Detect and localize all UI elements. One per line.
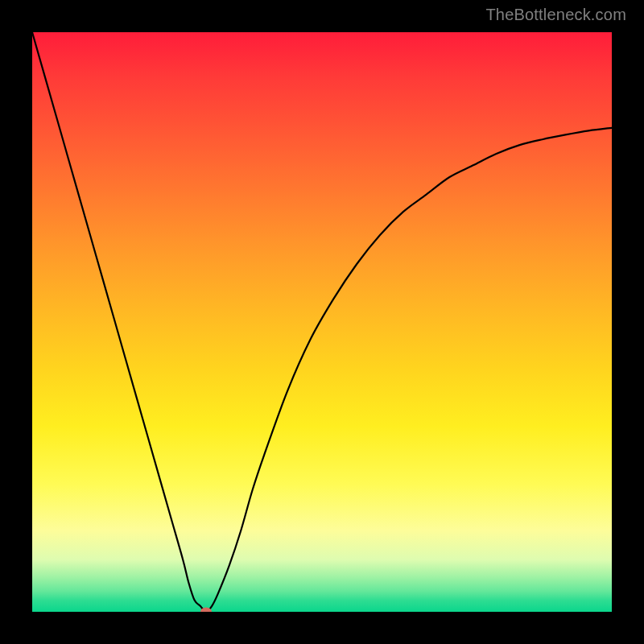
watermark-text: TheBottleneck.com bbox=[485, 6, 626, 24]
bottleneck-curve bbox=[32, 32, 612, 612]
curve-svg bbox=[32, 32, 612, 612]
optimal-point-marker bbox=[200, 608, 212, 613]
plot-area bbox=[32, 32, 612, 612]
chart-frame: TheBottleneck.com bbox=[0, 0, 644, 644]
